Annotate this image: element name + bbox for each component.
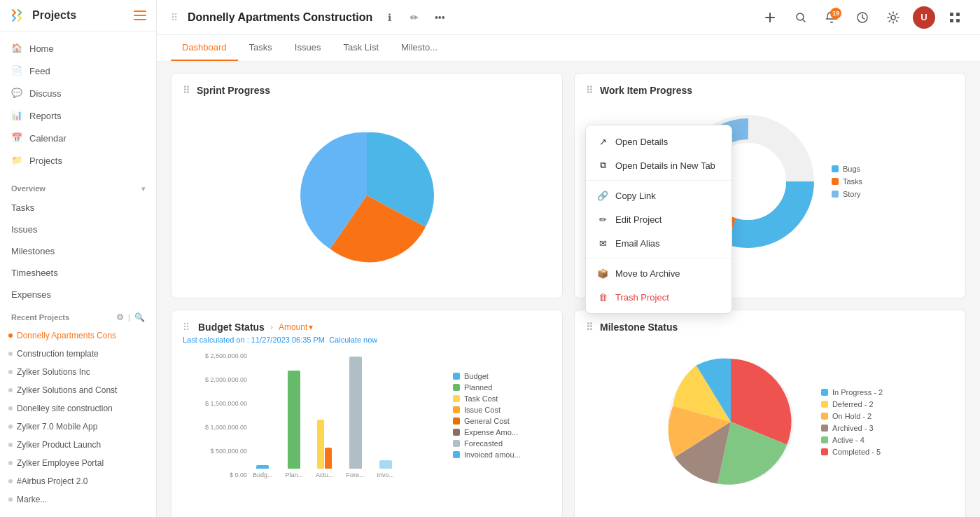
tab-issues[interactable]: Issues: [284, 35, 332, 61]
legend-budget: Budget: [453, 372, 551, 380]
overview-item-expenses[interactable]: Expenses: [0, 284, 156, 305]
sprint-progress-card: ⠿ Sprint Progress: [171, 73, 563, 298]
tab-task-list[interactable]: Task List: [332, 35, 390, 61]
sprint-progress-title: ⠿ Sprint Progress: [183, 85, 551, 96]
overview-item-tasks[interactable]: Tasks: [0, 197, 156, 219]
recent-project-item[interactable]: Donnelly Apartments Cons: [0, 326, 156, 345]
menu-item-trash-project[interactable]: 🗑Trash Project: [586, 285, 732, 309]
topbar-project-icons: ℹ ✏ •••: [379, 8, 449, 27]
budget-header: ⠿ Budget Status › Amount ▾: [183, 322, 551, 333]
bar-actual: Actu...: [316, 420, 334, 478]
recent-project-item[interactable]: Zylker Solutions Inc: [0, 363, 156, 381]
legend-on-hold: On Hold - 2: [821, 412, 883, 420]
notification-icon[interactable]: 19: [820, 6, 843, 29]
budget-legend: Budget Planned Task Cost Issue Cost: [453, 352, 551, 478]
calculate-now-link[interactable]: Calculate now: [329, 336, 377, 344]
legend-active: Active - 4: [821, 436, 883, 444]
bar-forecasted: Fore...: [346, 357, 365, 478]
bar-planned: Plan...: [286, 371, 304, 478]
search-icon[interactable]: [790, 6, 812, 29]
grid-icon[interactable]: [944, 6, 966, 29]
recent-project-item[interactable]: Construction template: [0, 345, 156, 363]
tab-dashboard[interactable]: Dashboard: [171, 35, 238, 61]
sprint-pie-chart: [290, 118, 444, 273]
clock-icon[interactable]: [851, 6, 874, 29]
budget-title: Budget Status: [198, 322, 265, 333]
sidebar-item-home[interactable]: 🏠 Home: [0, 37, 156, 60]
app-title: Projects: [32, 9, 76, 22]
tasks-color: [832, 178, 839, 185]
overview-item-milestones[interactable]: Milestones: [0, 240, 156, 262]
project-dot: [8, 497, 13, 502]
avatar[interactable]: U: [913, 6, 935, 29]
sidebar-item-calendar[interactable]: 📅 Calendar: [0, 127, 156, 149]
legend-item-tasks: Tasks: [832, 177, 862, 186]
copy-link-icon: 🔗: [597, 190, 608, 201]
main-nav: 🏠 Home 📄 Feed 💬 Discuss 📊 Reports 📅 Cale…: [0, 32, 156, 177]
work-item-legend: Bugs Tasks Story: [832, 165, 862, 198]
recent-project-item[interactable]: Zylker Employee Portal: [0, 454, 156, 472]
app-logo[interactable]: Projects: [10, 7, 76, 24]
hamburger-icon[interactable]: [134, 11, 146, 20]
menu-item-open-details[interactable]: ↗Open Details: [586, 130, 732, 153]
legend-item-bugs: Bugs: [832, 165, 862, 173]
sidebar-item-discuss[interactable]: 💬 Discuss: [0, 82, 156, 104]
project-dot: [8, 352, 13, 356]
work-item-title: ⠿ Work Item Progress: [586, 85, 954, 96]
tab-milestones[interactable]: Milesto...: [390, 35, 449, 61]
legend-issue-cost: Issue Cost: [453, 406, 551, 414]
chevron-down-icon[interactable]: ▾: [141, 185, 145, 193]
sidebar-item-reports[interactable]: 📊 Reports: [0, 104, 156, 127]
recent-projects-header: Recent Projects ⚙ | 🔍: [0, 305, 156, 326]
legend-invoiced: Invoiced amou...: [453, 450, 551, 459]
recent-project-item[interactable]: Zylker Product Launch: [0, 436, 156, 454]
sidebar: Projects 🏠 Home 📄 Feed 💬 Discuss 📊 Repor…: [0, 0, 157, 517]
dashboard-row-2: ⠿ Budget Status › Amount ▾ Last calculat…: [171, 310, 966, 517]
milestone-pie-chart: [657, 348, 804, 495]
edit-icon[interactable]: ✏: [405, 8, 424, 27]
recent-project-item[interactable]: Zylker Solutions and Const: [0, 381, 156, 399]
topbar: ⠿ Donnelly Apartments Construction ℹ ✏ •…: [157, 0, 980, 35]
recent-project-item[interactable]: Marke...: [0, 490, 156, 509]
dashboard-row-1: ⠿ Sprint Progress: [171, 73, 966, 298]
menu-item-copy-link[interactable]: 🔗Copy Link: [586, 184, 732, 207]
project-dot: [8, 443, 13, 447]
content-area: ⠿ Sprint Progress: [157, 62, 980, 517]
legend-completed: Completed - 5: [821, 448, 883, 456]
settings-icon[interactable]: [882, 6, 904, 29]
overview-item-issues[interactable]: Issues: [0, 219, 156, 240]
milestone-status-card: ⠿ Milestone Status: [574, 310, 966, 517]
calendar-icon: 📅: [11, 132, 22, 144]
overview-label: Overview: [11, 184, 46, 193]
legend-archived: Archived - 3: [821, 424, 883, 432]
menu-item-open-new-tab[interactable]: ⧉Open Details in New Tab: [586, 153, 732, 177]
project-dot: [8, 425, 13, 429]
sidebar-item-projects[interactable]: 📁 Projects: [0, 149, 156, 172]
project-dot: [8, 461, 13, 465]
add-icon[interactable]: [759, 6, 781, 29]
project-dot: [8, 333, 13, 338]
more-options-btn[interactable]: •••: [430, 8, 449, 27]
overview-item-timesheets[interactable]: Timesheets: [0, 262, 156, 284]
recent-project-item[interactable]: Zylker 7.0 Mobile App: [0, 418, 156, 436]
sidebar-item-feed[interactable]: 📄 Feed: [0, 60, 156, 82]
filter-icon[interactable]: ⚙: [116, 312, 124, 322]
projects-icon: 📁: [11, 155, 22, 166]
menu-item-edit-project[interactable]: ✏Edit Project: [586, 207, 732, 231]
recent-project-item[interactable]: Donelley site construction: [0, 399, 156, 418]
legend-general-cost: General Cost: [453, 417, 551, 425]
legend-item-story: Story: [832, 190, 862, 198]
legend-forecasted: Forecasted: [453, 439, 551, 448]
drag-handle-icon: ⠿: [183, 85, 190, 96]
svg-rect-7: [950, 19, 953, 22]
svg-rect-5: [950, 13, 953, 16]
search-recent-icon[interactable]: 🔍: [134, 312, 145, 322]
milestone-chart-area: In Progress - 2 Deferred - 2 On Hold - 2: [586, 341, 954, 502]
menu-item-email-alias[interactable]: ✉Email Alias: [586, 231, 732, 255]
tab-tasks[interactable]: Tasks: [238, 35, 284, 61]
info-icon[interactable]: ℹ: [379, 8, 399, 27]
drag-handle-icon: ⠿: [183, 322, 190, 333]
recent-project-item[interactable]: #Airbus Project 2.0: [0, 472, 156, 490]
menu-item-move-archive[interactable]: 📦Move to Archive: [586, 261, 732, 285]
budget-filter-btn[interactable]: Amount ▾: [279, 322, 313, 332]
